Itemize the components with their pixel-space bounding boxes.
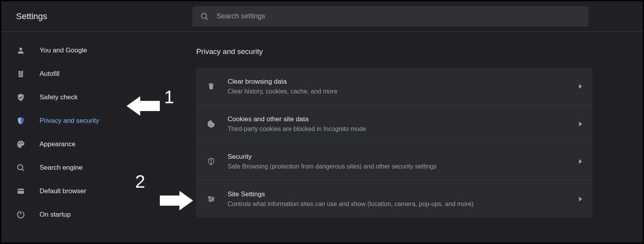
cookie-icon: [206, 119, 216, 129]
person-icon: [16, 46, 25, 55]
svg-rect-26: [209, 197, 210, 198]
row-site-settings[interactable]: Site Settings Controls what information …: [196, 180, 593, 218]
row-text: Cookies and other site data Third-party …: [228, 115, 579, 133]
sidebar-item-autofill[interactable]: Autofill: [1, 62, 130, 86]
chevron-right-icon: [579, 122, 582, 126]
svg-point-2: [19, 48, 22, 50]
sidebar-item-label: Privacy and security: [40, 117, 99, 125]
sliders-icon: [206, 194, 216, 204]
browser-icon: [16, 187, 25, 196]
row-cookies[interactable]: Cookies and other site data Third-party …: [196, 105, 593, 143]
row-title: Security: [228, 153, 579, 161]
sidebar-item-label: Search engine: [40, 164, 83, 172]
svg-rect-27: [212, 198, 213, 200]
search-box[interactable]: [192, 6, 589, 27]
power-icon: [16, 210, 25, 219]
chevron-right-icon: [579, 84, 582, 89]
sidebar-item-on-startup[interactable]: On startup: [1, 203, 130, 226]
row-subtitle: Controls what information sites can use …: [228, 201, 579, 208]
settings-card: Clear browsing data Clear history, cooki…: [196, 68, 593, 218]
svg-point-8: [18, 143, 20, 144]
sidebar-item-label: Default browser: [40, 187, 86, 195]
chevron-right-icon: [579, 159, 582, 164]
sidebar-item-privacy-and-security[interactable]: Privacy and security: [1, 109, 130, 133]
svg-point-22: [210, 122, 211, 123]
chevron-right-icon: [579, 197, 582, 201]
sidebar-item-label: On startup: [40, 211, 71, 219]
section-title: Privacy and security: [196, 47, 643, 56]
clipboard-icon: [16, 69, 25, 79]
svg-point-21: [211, 125, 212, 126]
main-content: Privacy and security Clear browsing data…: [130, 32, 643, 243]
svg-rect-4: [20, 70, 22, 72]
trash-icon: [206, 82, 216, 91]
sidebar-item-you-and-google[interactable]: You and Google: [1, 39, 130, 62]
shield-check-icon: [16, 93, 25, 102]
search-icon: [16, 163, 25, 172]
row-subtitle: Safe Browsing (protection from dangerous…: [228, 163, 579, 170]
shield-outline-icon: [206, 157, 216, 166]
svg-point-11: [18, 165, 23, 170]
shield-icon: [16, 116, 25, 126]
sidebar: You and Google Autofill Safety check Pri…: [1, 32, 130, 243]
sidebar-item-search-engine[interactable]: Search engine: [1, 156, 130, 179]
svg-rect-5: [20, 72, 22, 73]
svg-rect-6: [20, 74, 22, 74]
sidebar-item-label: Appearance: [40, 140, 76, 148]
palette-icon: [16, 140, 25, 149]
row-title: Clear browsing data: [228, 78, 579, 86]
svg-point-9: [20, 142, 21, 143]
row-title: Site Settings: [228, 190, 579, 198]
row-subtitle: Clear history, cookies, cache, and more: [228, 88, 579, 95]
search-icon: [200, 12, 209, 21]
sidebar-item-safety-check[interactable]: Safety check: [1, 86, 130, 109]
svg-point-0: [201, 13, 206, 18]
top-bar: Settings: [1, 1, 643, 32]
svg-line-1: [206, 18, 208, 20]
svg-point-10: [22, 143, 23, 144]
row-text: Security Safe Browsing (protection from …: [228, 153, 579, 170]
page-title: Settings: [16, 11, 192, 22]
svg-point-20: [209, 124, 210, 124]
row-text: Clear browsing data Clear history, cooki…: [228, 78, 579, 95]
row-title: Cookies and other site data: [228, 115, 579, 123]
search-input[interactable]: [217, 12, 581, 20]
svg-rect-7: [20, 75, 22, 76]
row-subtitle: Third-party cookies are blocked in Incog…: [228, 126, 579, 133]
sidebar-item-label: Safety check: [40, 93, 78, 101]
sidebar-item-appearance[interactable]: Appearance: [1, 133, 130, 156]
svg-rect-28: [210, 200, 211, 202]
row-security[interactable]: Security Safe Browsing (protection from …: [196, 143, 593, 180]
row-clear-browsing-data[interactable]: Clear browsing data Clear history, cooki…: [196, 68, 593, 105]
sidebar-item-default-browser[interactable]: Default browser: [1, 179, 130, 203]
svg-rect-19: [210, 83, 212, 84]
sidebar-item-label: You and Google: [40, 47, 87, 54]
row-text: Site Settings Controls what information …: [228, 190, 579, 208]
sidebar-item-label: Autofill: [40, 70, 60, 78]
svg-line-12: [22, 169, 24, 171]
